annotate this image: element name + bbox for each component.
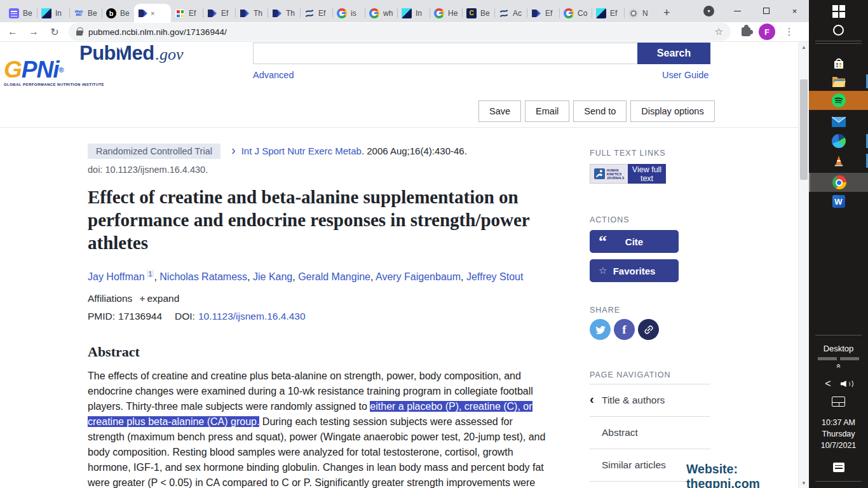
tab-label: Ef (610, 9, 621, 18)
volume-icon[interactable] (841, 379, 852, 389)
nav-item-label: Title & authors (602, 395, 665, 406)
browser-tab[interactable]: In (398, 4, 430, 22)
affiliation-number[interactable]: 1 (147, 270, 154, 278)
cite-button[interactable]: “ Cite (590, 230, 679, 253)
browser-tab[interactable]: N (625, 4, 656, 22)
maximize-button[interactable] (752, 0, 780, 22)
scroll-down-arrow[interactable]: ▼ (799, 478, 809, 488)
browser-tab[interactable]: Ef (592, 4, 624, 22)
new-tab-button[interactable]: + (656, 4, 677, 22)
browser-tab[interactable]: WebMD Be (70, 4, 102, 22)
microsoft-store-button[interactable] (809, 54, 868, 73)
chrome-grey-favicon (628, 8, 639, 18)
browser-tab[interactable]: wh (365, 4, 397, 22)
doi-link[interactable]: 10.1123/ijsnem.16.4.430 (198, 311, 306, 322)
back-button[interactable]: ← (4, 24, 21, 40)
publication-type-badge[interactable]: Randomized Controlled Trial (88, 144, 220, 159)
extensions-puzzle-icon[interactable] (742, 27, 750, 36)
save-button[interactable]: Save (478, 100, 521, 122)
browser-tab[interactable]: Th (268, 4, 300, 22)
browser-tab[interactable]: Ef (203, 4, 235, 22)
author-link[interactable]: Gerald Mangine (298, 271, 370, 282)
tab-search-button[interactable]: ▾ (703, 6, 714, 17)
browser-tab[interactable]: Ef (171, 4, 203, 22)
bookmark-star-icon[interactable]: ☆ (715, 26, 723, 37)
permalink-share-button[interactable] (638, 319, 659, 340)
author-link[interactable]: Jeffrey Stout (466, 271, 524, 282)
tab-label: Th (254, 9, 264, 18)
mail-button[interactable] (809, 112, 868, 132)
browser-tab[interactable]: Be (5, 4, 37, 22)
twitter-share-button[interactable] (590, 319, 611, 340)
edge-button[interactable] (809, 132, 868, 151)
forward-button[interactable]: → (25, 24, 42, 40)
touchpad-tray-row[interactable] (809, 396, 868, 407)
view-full-text-button[interactable]: HUMAN KINETICS JOURNALS View full text (590, 164, 666, 184)
vlc-button[interactable] (809, 151, 868, 170)
close-window-button[interactable]: × (780, 0, 809, 22)
author-link[interactable]: Jie Kang (253, 271, 292, 282)
scroll-up-arrow[interactable]: ▲ (799, 42, 809, 52)
nav-item-title-authors[interactable]: ‹ Title & authors (590, 384, 710, 416)
share-icons-row: f (590, 319, 659, 340)
tab-close-icon[interactable]: × (151, 10, 154, 17)
page-scrollbar[interactable]: ▲ ▼ (798, 42, 809, 488)
minimize-icon (734, 11, 741, 11)
browser-tab[interactable]: b Be (102, 4, 134, 22)
word-button[interactable]: W (809, 192, 868, 211)
browser-tab[interactable]: Ef (301, 4, 332, 22)
desktop-toolbar-label[interactable]: Desktop (809, 344, 868, 353)
browser-tab-active[interactable]: × (134, 4, 171, 22)
facebook-share-button[interactable]: f (614, 319, 635, 340)
favorites-button[interactable]: ☆ Favorites (590, 259, 679, 282)
display-options-button[interactable]: Display options (630, 100, 714, 122)
action-center-button[interactable] (809, 463, 868, 472)
url-text[interactable]: pubmed.ncbi.nlm.nih.gov/17136944/ (88, 27, 227, 37)
start-button[interactable] (809, 2, 868, 21)
browser-tab[interactable]: He (430, 4, 462, 22)
author-link[interactable]: Jay Hoffman (88, 271, 145, 282)
advanced-link[interactable]: Advanced (253, 70, 294, 80)
browser-tab[interactable]: Co (560, 4, 592, 22)
windows-logo-icon (832, 5, 845, 18)
author-link[interactable]: Avery Faigenbaum (376, 271, 461, 282)
author-link[interactable]: Nicholas Ratamess (159, 271, 247, 282)
expand-link[interactable]: expand (147, 293, 179, 304)
email-button[interactable]: Email (525, 100, 569, 122)
triangle-favicon (596, 8, 606, 18)
browser-tab[interactable]: is (333, 4, 365, 22)
pubmed-search-input[interactable] (253, 43, 637, 64)
taskbar-divider (815, 41, 862, 41)
profile-avatar[interactable]: F (759, 24, 775, 40)
expand-plus-icon[interactable]: + (139, 293, 145, 304)
google-favicon (434, 8, 444, 18)
browser-menu-kebab-icon[interactable]: ⋮ (783, 26, 796, 37)
send-to-button[interactable]: Send to (573, 100, 627, 122)
c-badge-favicon: C (466, 8, 477, 18)
chrome-button[interactable] (809, 173, 868, 192)
speaker-wave (845, 379, 853, 388)
address-bar[interactable]: pubmed.ncbi.nlm.nih.gov/17136944/ ☆ (69, 23, 731, 41)
scrollbar-thumb[interactable] (800, 79, 808, 180)
browser-tab[interactable]: Ac (495, 4, 527, 22)
browser-tab[interactable]: C Be (463, 4, 494, 22)
chevron-left-icon: ‹ (590, 392, 594, 407)
user-guide-link[interactable]: User Guide (662, 70, 709, 80)
journal-link[interactable]: Int J Sport Nutr Exerc Metab (241, 146, 362, 156)
search-button[interactable]: Search (637, 43, 710, 64)
spotify-button[interactable] (809, 91, 868, 110)
tab-label: Co (578, 9, 588, 18)
minimize-button[interactable] (723, 0, 752, 22)
cortana-button[interactable] (809, 20, 868, 39)
hidden-icons-chevron[interactable]: < (825, 378, 831, 390)
browser-tab[interactable]: In (37, 4, 69, 22)
taskbar-clock[interactable]: 10:37 AM Thursday 10/7/2021 (809, 417, 868, 451)
toolbar-expand-chevron[interactable]: » (809, 360, 868, 372)
google-favicon (564, 8, 574, 18)
file-explorer-button[interactable] (809, 72, 868, 91)
favorites-label: Favorites (613, 266, 656, 276)
reload-button[interactable]: ↻ (46, 24, 63, 40)
browser-tab[interactable]: Ef (527, 4, 559, 22)
browser-tab[interactable]: Th (236, 4, 268, 22)
nav-item-abstract[interactable]: Abstract (590, 417, 710, 449)
